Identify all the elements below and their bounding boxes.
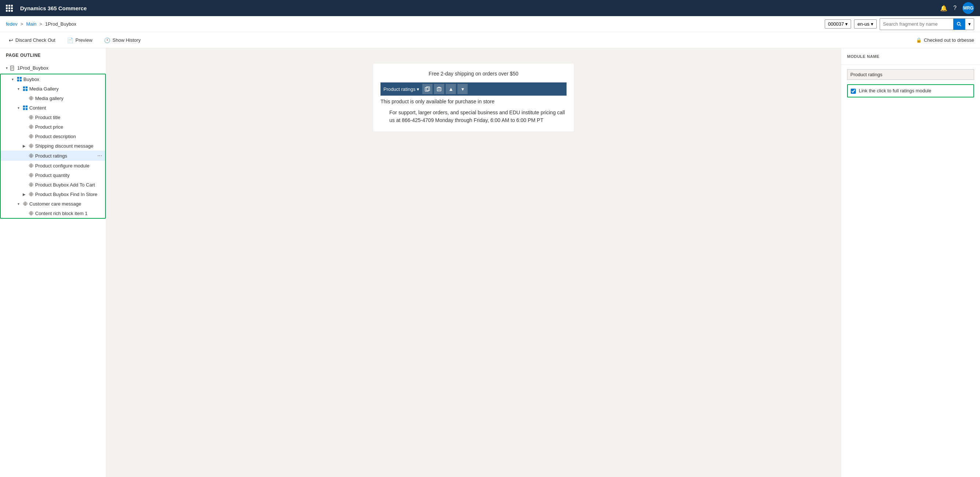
svg-point-21 (30, 136, 32, 137)
link-ratings-checkbox[interactable] (851, 89, 856, 94)
link-ratings-label[interactable]: Link the click to full ratings module (859, 88, 931, 93)
breadcrumb-fedev[interactable]: fedev (6, 21, 18, 27)
preview-button[interactable]: 📄 Preview (64, 36, 95, 45)
chevron-down-icon: ▾ (6, 66, 8, 70)
spacer (21, 210, 27, 216)
spacer (21, 95, 27, 101)
svg-point-19 (30, 116, 32, 118)
search-dropdown-arrow[interactable]: ▾ (965, 19, 974, 30)
main-layout: Page Outline ▾ 1Prod_Buybox ▾ (0, 48, 980, 477)
sidebar-item-product-configure[interactable]: Product configure module (1, 161, 105, 171)
page-canvas: Free 2-day shipping on orders over $50 P… (373, 63, 574, 132)
grid-icon (23, 86, 28, 91)
gear-icon (23, 201, 28, 206)
sidebar-item-product-quantity[interactable]: Product quantity (1, 171, 105, 180)
chevron-down-icon[interactable]: ▾ (417, 86, 419, 92)
sidebar-item-label: Media gallery (35, 96, 102, 101)
svg-point-23 (30, 155, 32, 156)
history-icon: 🕐 (104, 37, 110, 43)
locale-dropdown[interactable]: en-us ▾ (854, 19, 877, 29)
move-down-button[interactable]: ▾ (457, 84, 468, 94)
svg-point-28 (24, 203, 26, 204)
svg-point-22 (30, 145, 32, 147)
preview-icon: 📄 (67, 37, 73, 43)
spacer (21, 182, 27, 188)
spacer (21, 163, 27, 169)
shipping-message: Free 2-day shipping on orders over $50 (380, 71, 566, 77)
help-icon[interactable]: ? (953, 5, 956, 11)
gear-icon (29, 172, 34, 178)
sidebar-item-find-in-store[interactable]: ▶ Product Buybox Find In Store (1, 190, 105, 199)
sidebar-item-product-price[interactable]: Product price (1, 122, 105, 131)
sidebar-item-label: Content rich block item 1 (35, 211, 102, 216)
sidebar-item-add-to-cart[interactable]: Product Buybox Add To Cart (1, 180, 105, 190)
search-input[interactable] (880, 20, 953, 28)
root-item-label: 1Prod_Buybox (17, 65, 48, 71)
svg-rect-15 (23, 105, 25, 107)
sidebar-item-label: Product Buybox Add To Cart (35, 182, 102, 188)
checkout-info: 🔒 Checked out to drbesse (916, 37, 974, 43)
sidebar-item-label: Product price (35, 124, 102, 130)
svg-rect-9 (20, 80, 22, 81)
sidebar-item-label: Product ratings (35, 153, 96, 159)
waffle-menu[interactable] (6, 5, 13, 12)
sidebar-item-root[interactable]: ▾ 1Prod_Buybox (0, 62, 106, 73)
version-dropdown[interactable]: 000037 ▾ (825, 19, 851, 29)
sidebar-item-content-rich[interactable]: Content rich block item 1 (1, 209, 105, 218)
sidebar-item-label: Customer care message (29, 201, 102, 207)
more-options-icon[interactable]: ··· (97, 152, 102, 159)
duplicate-button[interactable] (422, 84, 433, 94)
svg-rect-16 (25, 105, 27, 107)
sidebar-item-product-ratings[interactable]: Product ratings ··· (1, 151, 105, 161)
breadcrumb-sep-2: > (40, 21, 43, 27)
page-outline-title: Page Outline (0, 48, 106, 62)
module-name-label: Product ratings ▾ (383, 86, 419, 92)
chevron-down-icon: ▾ (15, 105, 21, 111)
svg-rect-11 (25, 86, 27, 88)
gear-icon (29, 124, 34, 129)
sidebar: Page Outline ▾ 1Prod_Buybox ▾ (0, 48, 106, 477)
svg-point-20 (30, 126, 32, 128)
sidebar-item-shipping-discount[interactable]: ▶ Shipping discount message (1, 141, 105, 151)
chevron-down-icon: ▾ (10, 76, 15, 82)
page-icon (10, 65, 15, 71)
move-up-button[interactable]: ▲ (446, 84, 456, 94)
user-avatar[interactable]: MRG (963, 2, 974, 14)
sidebar-item-product-title[interactable]: Product title (1, 112, 105, 122)
search-button[interactable] (953, 19, 965, 30)
breadcrumb-current: 1Prod_Buybox (45, 21, 76, 27)
svg-point-24 (30, 165, 32, 166)
spacer (21, 114, 27, 120)
top-navbar: Dynamics 365 Commerce 🔔 ? MRG (0, 0, 980, 16)
chevron-down-icon: ▾ (15, 201, 21, 207)
chevron-right-icon: ▶ (21, 143, 27, 149)
svg-rect-32 (437, 88, 441, 91)
right-panel-title: MODULE NAME (841, 48, 980, 65)
svg-rect-12 (23, 89, 25, 91)
chevron-right-icon: ▶ (21, 191, 27, 197)
notifications-icon[interactable]: 🔔 (940, 5, 947, 12)
show-history-button[interactable]: 🕐 Show History (101, 36, 143, 45)
ratings-module-container: Product ratings ▾ (380, 83, 566, 96)
sidebar-item-product-desc[interactable]: Product description (1, 131, 105, 141)
sidebar-item-media-gallery-item[interactable]: Media gallery (1, 93, 105, 103)
link-ratings-checkbox-container: Link the click to full ratings module (847, 84, 974, 97)
breadcrumb-main[interactable]: Main (26, 21, 36, 27)
ratings-module-toolbar: Product ratings ▾ (380, 83, 566, 96)
sidebar-item-content[interactable]: ▾ Content (1, 103, 105, 112)
discard-checkout-button[interactable]: ↩ Discard Check Out (6, 36, 58, 45)
sidebar-item-buybox[interactable]: ▾ Buybox (1, 74, 105, 84)
svg-line-1 (960, 24, 961, 26)
delete-button[interactable] (434, 84, 444, 94)
svg-rect-7 (20, 77, 22, 79)
sidebar-item-customer-care[interactable]: ▾ Customer care message (1, 199, 105, 209)
module-toolbar-actions: ▲ ▾ (422, 84, 468, 94)
module-name-field: Product ratings (847, 69, 974, 80)
content-area: Free 2-day shipping on orders over $50 P… (106, 48, 841, 477)
sidebar-item-media-gallery[interactable]: ▾ Media Gallery (1, 84, 105, 93)
sidebar-item-label: Media Gallery (29, 86, 102, 92)
chevron-down-icon: ▾ (15, 86, 21, 92)
svg-rect-13 (25, 89, 27, 91)
breadcrumb-sep-1: > (21, 21, 24, 27)
svg-point-26 (30, 184, 32, 185)
